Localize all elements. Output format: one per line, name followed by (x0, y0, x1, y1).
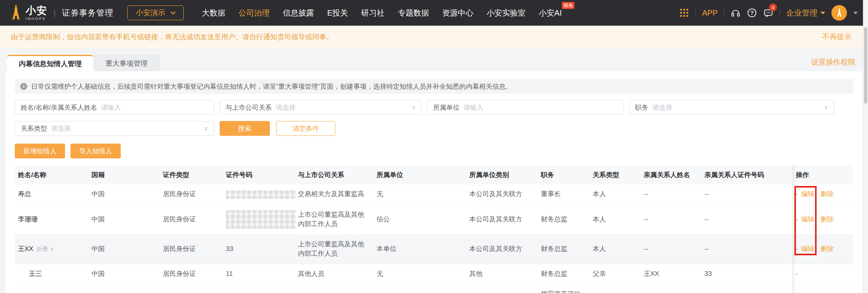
nav-item-E投关[interactable]: E投关 (327, 8, 348, 18)
cell-position: 财务总监 (538, 205, 590, 234)
clear-filters-button[interactable]: 清空条件 (276, 121, 335, 136)
chevron-down-icon[interactable] (853, 12, 858, 14)
filter-placeholder: 请选择 (51, 124, 71, 133)
notice-text: 由于运营商限制，短信内容若带有手机号或链接，将无法成功发送至用户。请自行通知贵司… (11, 32, 333, 42)
nav-item-小安实验室[interactable]: 小安实验室 (487, 8, 526, 18)
nav-item-label: 资源中心 (442, 9, 474, 17)
environment-selector[interactable]: 小安演示 (127, 5, 184, 20)
filter-name-input[interactable]: 姓名/名称/亲属关系人姓名 请输入 (15, 100, 214, 115)
cell-unit: 本单位 (373, 234, 466, 264)
chevron-up-icon: ∧ (50, 246, 54, 252)
cell-name: 寿总 (15, 184, 88, 205)
cell-relative-name: -- (641, 184, 701, 205)
toolbar: 新增知情人 导入知情人 (15, 144, 853, 158)
delete-link[interactable]: 删除 (820, 245, 834, 253)
cell-nationality: 中国 (88, 205, 160, 234)
nav-item-研习社[interactable]: 研习社 (361, 8, 385, 18)
nav-item-专题数据[interactable]: 专题数据 (398, 8, 429, 18)
table-row: 寿总中国居民身份证交易相关方及其董监高无本公司及其关联方董事长本人-----编辑… (15, 184, 853, 205)
nav-item-公司治理[interactable]: 公司治理 (238, 8, 269, 18)
cell-nationality: 中国 (88, 184, 160, 205)
edit-link[interactable]: 编辑 (801, 245, 814, 253)
search-button[interactable]: 搜索 (220, 121, 270, 136)
logo-divider: | (54, 9, 56, 18)
dismiss-notice-link[interactable]: 不再提示 (822, 32, 857, 42)
apps-grid-icon[interactable] (679, 8, 689, 18)
masked-id-number (226, 190, 296, 199)
cell-nationality: 中国 (88, 234, 160, 264)
import-insider-button[interactable]: 导入知情人 (70, 144, 121, 158)
filter-label: 所属单位 (433, 103, 460, 112)
filter-listed-relation-select[interactable]: 与上市公司关系 请选择 ∨ (220, 100, 422, 115)
content-panel: i 日常仅需维护个人基础信息，后续贵司需针对重大事项登记内幕信息知情人时，请至“… (5, 71, 863, 293)
tab-major-events[interactable]: 重大事项管理 (93, 55, 160, 71)
tab-insider-management[interactable]: 内幕信息知情人管理 (7, 55, 93, 71)
cell-relative-name: -- (641, 205, 701, 234)
filter-row-2: 关系类型 请选择 ∨ 搜索 清空条件 (15, 121, 853, 136)
cell-relative-id: 33 (701, 284, 792, 293)
messages-button[interactable]: 4 (763, 8, 773, 18)
cell-relation: 交易相关方及其董监高 (295, 184, 373, 205)
headset-icon[interactable] (731, 8, 741, 18)
cell-relative-name: 王XX (641, 284, 701, 293)
cell-relation: 其他人员 (295, 264, 373, 284)
delete-link[interactable]: 删除 (820, 216, 834, 223)
org-management-menu[interactable]: 企业管理 (786, 8, 825, 18)
column-header: 所属单位 (373, 165, 466, 184)
filter-unit-input[interactable]: 所属单位 请输入 (427, 100, 624, 115)
cell-operations: -编辑删除 (792, 205, 853, 234)
edit-link[interactable]: 编辑 (801, 216, 814, 223)
column-header: 国籍 (88, 165, 160, 184)
nav-item-label: E投关 (327, 9, 348, 17)
column-header: 亲属关系人证件号码 (701, 165, 792, 184)
vertical-scrollbar[interactable] (863, 0, 868, 293)
cell-unit: 无 (373, 264, 466, 284)
table-header-row: 姓名/名称国籍证件类型证件号码与上市公司关系所属单位所属单位类别职务关系类型亲属… (15, 165, 853, 184)
ops-edge-text: - (796, 216, 798, 223)
tab-label: 重大事项管理 (106, 59, 148, 68)
divider (724, 9, 724, 17)
set-permissions-link[interactable]: 设置操作权限 (811, 57, 856, 67)
divider (780, 9, 780, 17)
edit-link[interactable]: 编辑 (801, 190, 814, 198)
delete-link[interactable]: 删除 (820, 190, 834, 198)
nav-item-大数据[interactable]: 大数据 (202, 8, 225, 18)
cell-nationality: 中国 (88, 264, 160, 284)
cell-name: 王三 (15, 264, 88, 284)
avatar[interactable] (831, 5, 847, 21)
table-row: 王三中国居民身份证11其他人员无其他财务总监父亲王XX33- (15, 264, 853, 284)
filter-placeholder: 请输入 (101, 103, 121, 112)
table-row: 王XX折叠 ∧中国居民身份证33上市公司董监高及其他内部工作人员本单位本公司及其… (15, 234, 853, 264)
column-header: 所属单位类别 (466, 165, 538, 184)
divider (695, 9, 696, 17)
cell-relative-name: 王XX (641, 264, 701, 284)
filter-label: 姓名/名称/亲属关系人姓名 (21, 103, 97, 112)
nav-item-信息披露[interactable]: 信息披露 (283, 8, 314, 18)
cell-id-number: 77 (223, 284, 295, 293)
collapse-toggle[interactable]: 折叠 ∧ (37, 246, 54, 252)
cell-id-type: 居民身份证 (160, 184, 223, 205)
insider-name: 李珊珊 (18, 216, 38, 223)
cell-id-type: 居民身份证 (160, 264, 223, 284)
help-icon[interactable]: ? (747, 8, 757, 18)
insider-name: 王XX (18, 245, 33, 253)
cell-unit: 无 (373, 284, 466, 293)
cell-relative-id: -- (701, 234, 792, 264)
tab-label: 内幕信息知情人管理 (19, 59, 82, 68)
filter-position-select[interactable]: 职务 请选择 ∨ (629, 100, 834, 115)
cell-position: 董事长 (538, 184, 590, 205)
cell-relative-id: -- (701, 184, 792, 205)
nav-item-label: 信息披露 (283, 9, 314, 17)
cell-relative-name: -- (641, 234, 701, 264)
cell-unit-category: 其他 (466, 284, 538, 293)
app-link[interactable]: APP (702, 9, 718, 18)
cell-id-number: 11 (223, 264, 295, 284)
cell-id-number (223, 184, 295, 205)
scrollbar-thumb[interactable] (864, 27, 867, 104)
nav-item-资源中心[interactable]: 资源中心 (442, 8, 474, 18)
add-insider-button[interactable]: 新增知情人 (15, 144, 65, 158)
nav-item-小安AI[interactable]: 小安AI限免 (539, 8, 562, 18)
column-header: 证件类型 (160, 165, 223, 184)
filter-relation-type-select[interactable]: 关系类型 请选择 ∨ (15, 121, 214, 136)
logo[interactable]: 小安 INHOPE (10, 5, 48, 21)
